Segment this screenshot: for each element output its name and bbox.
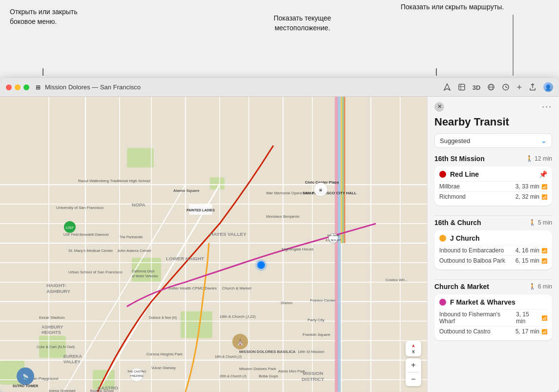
dest-time-embarcadero: 4, 16 min 📶 [516,247,547,254]
svg-text:Cole & Carl (N,N Owl): Cole & Carl (N,N Owl) [37,345,75,349]
svg-text:of Motor Vehicles: of Motor Vehicles [132,274,158,278]
svg-rect-5 [459,84,465,90]
svg-text:Potrero Center: Potrero Center [310,298,336,303]
dest-name-balboa: Outbound to Balboa Park [439,257,505,264]
svg-text:Alioto Mini Park: Alioto Mini Park [278,369,305,373]
walk-time-16th-mission: 🚶 12 min [526,155,552,162]
svg-text:HEIGHTS: HEIGHTS [42,330,61,335]
map-controls: N + − [406,341,421,386]
svg-text:N: N [412,351,414,354]
dest-balboa: Outbound to Balboa Park 6, 15 min 📶 [439,255,547,266]
svg-text:Kezar Stadium: Kezar Stadium [39,315,65,320]
svg-text:SAN FRANCISCO CITY HALL: SAN FRANCISCO CITY HALL [302,191,356,195]
svg-marker-127 [412,344,415,348]
svg-text:MISSION: MISSION [302,371,323,376]
red-line-dot [439,171,446,178]
svg-rect-15 [127,148,154,167]
dest-fishermans: Inbound to Fisherman's Wharf 3, 15 min 📶 [439,309,547,326]
nearby-transit-sidebar: ✕ ··· Nearby Transit Suggested ⌄ 16th St… [427,97,559,392]
dest-time-castro: 5, 17 min 📶 [516,328,547,335]
svg-text:Duboce & Noe (N): Duboce & Noe (N) [149,316,177,320]
svg-text:Shizen: Shizen [280,301,292,305]
close-button[interactable] [6,84,12,90]
svg-text:ASHBURY: ASHBURY [46,289,70,294]
maximize-button[interactable] [23,84,29,90]
svg-text:MISSION DOLORES BASILICA: MISSION DOLORES BASILICA [239,350,296,354]
svg-text:Boba Guys: Boba Guys [258,374,278,378]
satellite-button[interactable] [487,83,495,91]
realtime-icon-2: 📶 [541,194,547,200]
realtime-icon: 📶 [541,184,547,189]
walk-time-16th-church: 🚶 5 min [529,219,552,226]
zoom-out-button[interactable]: − [406,372,421,386]
svg-text:Interior Greenbelt: Interior Greenbelt [49,389,75,392]
clock-button[interactable] [502,83,510,91]
svg-text:HAIGHT-: HAIGHT- [46,283,66,288]
dest-name-millbrae: Millbrae [439,183,460,190]
svg-text:Church & Market: Church & Market [222,286,252,290]
transit-card-red-line[interactable]: Red Line 📌 Millbrae 3, 33 min 📶 Richmond [434,166,552,206]
walk-time-church-market: 🚶 6 min [529,283,552,290]
svg-text:USF: USF [66,226,74,230]
sidebar-header: ✕ ··· [428,97,559,115]
dest-name-embarcadero: Inbound to Embarcadero [439,247,504,254]
share-button[interactable] [529,83,537,91]
svg-text:ASHBURY: ASHBURY [42,325,63,330]
compass-button[interactable]: N [406,341,421,356]
minimize-button[interactable] [15,84,21,90]
user-button[interactable]: 👤 [543,83,553,92]
annotation-location-text: Показать текущееместоположение. [274,14,331,33]
zoom-in-button[interactable]: + [406,358,421,372]
svg-text:THEATRE: THEATRE [130,374,144,377]
transit-card-j-church[interactable]: J Church Inbound to Embarcadero 4, 16 mi… [434,230,552,269]
traffic-lights [6,84,29,90]
dest-time-millbrae: 3, 33 min 📶 [516,183,547,190]
j-church-dot [439,235,446,242]
location-button[interactable] [443,83,451,91]
title-icon: ⊞ [34,83,42,91]
app-window: ⊞ Mission Dolores — San Francisco 3D [0,78,559,392]
svg-text:EUREKA: EUREKA [64,354,82,359]
stop-name-16th-mission: 16th St Mission [434,155,485,163]
sidebar-title: Nearby Transit [428,115,559,133]
dest-castro: Outbound to Castro 5, 17 min 📶 [439,326,547,336]
stop-name-16th-church: 16th & Church [434,219,481,227]
fishermans-time: 3, 15 min [516,311,539,325]
svg-text:🏛: 🏛 [319,188,322,192]
stop-name-church-market: Church & Market [434,283,489,290]
titlebar-controls: 3D + [443,82,553,92]
3d-button[interactable]: 3D [473,83,481,91]
titlebar: ⊞ Mission Dolores — San Francisco 3D [0,78,559,97]
map-area[interactable]: Raoul Wallenberg Traditional High School… [0,97,427,392]
svg-text:CASTRO: CASTRO [98,385,118,391]
millbrae-time: 3, 33 min [516,183,539,190]
dest-embarcadero: Inbound to Embarcadero 4, 16 min 📶 [439,245,547,255]
f-market-dot [439,299,446,306]
svg-text:Franklin Square: Franklin Square [302,332,330,337]
richmond-time: 2, 32 min [516,193,539,200]
dest-name-castro: Outbound to Castro [439,328,491,335]
sort-dropdown-value: Suggested [440,137,470,144]
dest-name-richmond: Richmond [439,193,466,200]
divider-2 [434,279,552,280]
svg-text:Party City: Party City [307,318,324,322]
stop-header-16th-church: 16th & Church 🚶 5 min [434,219,552,227]
line-name-row-f: F Market & Wharves [439,298,547,306]
sort-dropdown[interactable]: Suggested ⌄ [434,133,552,148]
add-button[interactable]: + [516,82,522,92]
svg-text:Van Ness: Van Ness [327,234,340,237]
svg-text:St. Mary's Medical Center: St. Mary's Medical Center [68,248,113,253]
line-label-j: J Church [450,234,547,242]
close-sidebar-button[interactable]: ✕ [434,102,444,112]
svg-text:Mission Dolores Park: Mission Dolores Park [239,367,276,371]
realtime-icon-4: 📶 [541,258,547,264]
svg-text:Alamo Square: Alamo Square [173,188,200,193]
dest-millbrae: Millbrae 3, 33 min 📶 [439,181,547,191]
more-options-button[interactable]: ··· [542,102,552,112]
svg-text:⛪: ⛪ [236,338,244,346]
transit-button[interactable] [458,83,466,91]
svg-text:Raoul Wallenberg Traditional H: Raoul Wallenberg Traditional High School [78,179,150,183]
svg-text:Monsieur Benjamin: Monsieur Benjamin [266,214,299,219]
transit-card-f-market[interactable]: F Market & Wharves Inbound to Fisherman'… [434,294,552,340]
svg-text:USF Field Benedetti Diamond: USF Field Benedetti Diamond [64,233,109,236]
